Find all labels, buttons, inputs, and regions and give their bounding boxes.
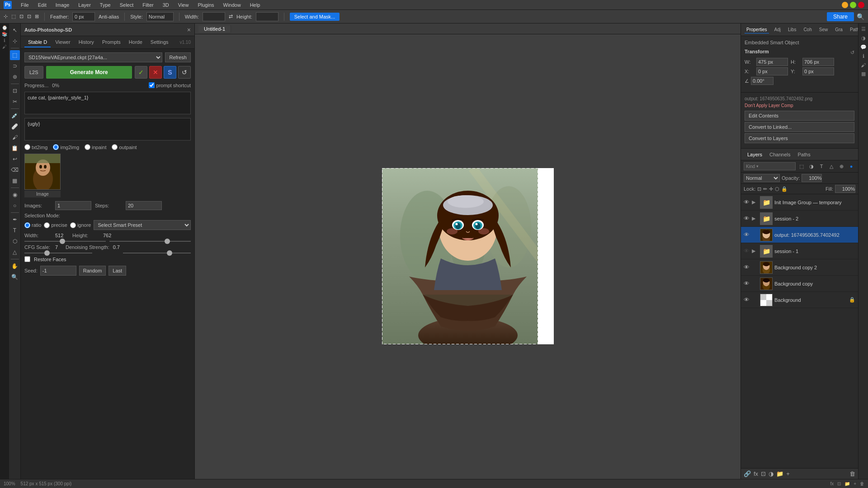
refresh-button[interactable]: Refresh [165, 52, 191, 62]
layer-visibility-icon[interactable]: 👁 [744, 215, 750, 222]
denoising-slider[interactable] [123, 253, 191, 253]
tool-history-brush[interactable]: ↩ [10, 154, 20, 164]
gradient2-icon[interactable]: ▦ [860, 70, 867, 78]
shape-filter-icon[interactable]: △ [827, 162, 835, 170]
layer-item[interactable]: 👁 Background 🔒 [741, 292, 858, 308]
tab-settings[interactable]: Settings [147, 38, 172, 47]
document-tab[interactable]: Untitled-1 [198, 25, 231, 33]
pixel-filter-icon[interactable]: ⬚ [797, 162, 806, 170]
bottom-folder-icon[interactable]: 📁 [844, 481, 850, 486]
y-input[interactable] [802, 67, 834, 75]
tab-stable-d[interactable]: Stable D [24, 38, 51, 47]
height-input[interactable] [256, 12, 278, 21]
fill-input[interactable] [835, 185, 855, 193]
tool-marquee[interactable]: ⬚ [10, 50, 20, 60]
menu-image[interactable]: Image [54, 1, 71, 9]
check-icon-btn[interactable]: ✓ [135, 66, 147, 79]
tool-dodge[interactable]: ○ [10, 201, 20, 211]
text-filter-icon[interactable]: T [817, 162, 826, 170]
x-input[interactable] [756, 67, 788, 75]
lock-transparent-icon[interactable]: ⊡ [757, 186, 761, 192]
s-icon-btn[interactable]: S [164, 66, 176, 79]
menu-window[interactable]: Window [222, 1, 243, 9]
layer-visibility-icon[interactable]: 👁 [744, 248, 750, 254]
smart-filter-icon[interactable]: ⊕ [837, 162, 845, 170]
prop-tab-properties[interactable]: Properties [745, 26, 769, 33]
minimize-button[interactable] [842, 2, 848, 8]
tab-horde[interactable]: Horde [125, 38, 146, 47]
bottom-mask-icon[interactable]: ⊡ [837, 481, 841, 486]
properties-icon[interactable]: ☰ [860, 25, 867, 33]
height-slider[interactable] [109, 241, 191, 242]
lock-artboard-icon[interactable]: ⬡ [775, 186, 779, 192]
layer-item[interactable]: 👁 ▶ 📁 session - 2 [741, 211, 858, 227]
style-input[interactable] [146, 12, 174, 21]
model-select[interactable]: SD15NewVAEpruned.ckpt [27a4a... [24, 52, 162, 62]
width-input[interactable] [203, 12, 225, 21]
mode-img2img[interactable]: img2img [53, 144, 79, 150]
bottom-fx-icon[interactable]: fx [830, 481, 834, 486]
layer-item[interactable]: 👁 output: 1674950635.7402492 [741, 227, 858, 243]
tool-pen[interactable]: ✒ [10, 215, 20, 225]
lock-position-icon[interactable]: ✛ [769, 186, 773, 192]
convert-linked-button[interactable]: Convert to Linked... [745, 122, 854, 132]
x-icon-btn[interactable]: ✕ [149, 66, 162, 79]
history-icon[interactable]: ⌚ [2, 25, 7, 30]
image-thumbnail[interactable] [24, 154, 61, 190]
sel-ratio[interactable]: ratio [24, 222, 41, 228]
adjust-filter-icon[interactable]: ◑ [807, 162, 816, 170]
tab-channels[interactable]: Channels [766, 151, 794, 158]
select-mask-button[interactable]: Select and Mask... [290, 13, 340, 21]
menu-layer[interactable]: Layer [76, 1, 93, 9]
tab-prompts[interactable]: Prompts [99, 38, 124, 47]
menu-help[interactable]: Help [248, 1, 262, 9]
angle-input[interactable] [751, 77, 774, 85]
layer-visibility-icon[interactable]: 👁 [744, 231, 750, 238]
tool-slice[interactable]: ✂ [10, 97, 20, 107]
close-button[interactable] [858, 2, 864, 8]
prop-tab-coh[interactable]: Coh [802, 26, 813, 33]
tool-eraser[interactable]: ⌫ [10, 165, 20, 175]
add-mask-icon[interactable]: ⊡ [761, 470, 766, 477]
refresh-icon-btn[interactable]: ↺ [178, 66, 191, 79]
tool-brush[interactable]: 🖌 [10, 132, 20, 142]
brush2-icon[interactable]: 🖌 [860, 61, 867, 69]
feather-input[interactable] [72, 12, 95, 21]
adjustment-icon[interactable]: ◑ [769, 470, 774, 477]
tool-move[interactable]: ↖ [10, 25, 20, 35]
smart-preset-select[interactable]: Select Smart Preset [94, 220, 191, 230]
brush-icon[interactable]: 🖌 [2, 44, 7, 49]
images-input[interactable] [55, 201, 91, 210]
menu-plugins[interactable]: Plugins [196, 1, 216, 9]
convert-layers-button[interactable]: Convert to Layers [745, 133, 854, 143]
sel-ignore[interactable]: ignore [70, 222, 91, 228]
layer-visibility-icon[interactable]: 👁 [744, 264, 750, 271]
lock-pixel-icon[interactable]: ✏ [763, 186, 767, 192]
image-label[interactable]: Image [24, 191, 61, 197]
prop-tab-sew[interactable]: Sew [817, 26, 830, 33]
search-dropdown-icon[interactable]: ▾ [756, 164, 759, 169]
adjustments-icon[interactable]: ◑ [860, 34, 867, 42]
prop-tab-adj[interactable]: Adj [773, 26, 783, 33]
layer-item[interactable]: 👁 Background copy 2 [741, 259, 858, 276]
tool-shape[interactable]: △ [10, 247, 20, 257]
folder-icon[interactable]: 📁 [776, 470, 783, 477]
fx-icon[interactable]: fx [754, 470, 758, 477]
search-icon[interactable]: 🔍 [857, 13, 864, 20]
last-button[interactable]: Last [108, 266, 126, 276]
l2s-button[interactable]: L2S [24, 66, 43, 79]
library-icon[interactable]: 📚 [2, 32, 7, 37]
seed-input[interactable] [40, 266, 76, 276]
menu-file[interactable]: File [19, 1, 31, 9]
delete-layer-icon[interactable]: 🗑 [849, 470, 855, 477]
menu-type[interactable]: Type [98, 1, 113, 9]
bottom-new-icon[interactable]: + [854, 481, 856, 486]
layer-visibility-icon[interactable]: 👁 [744, 199, 750, 206]
menu-select[interactable]: Select [118, 1, 136, 9]
tool-stamp[interactable]: 📋 [10, 143, 20, 153]
chat-icon[interactable]: 💬 [859, 43, 868, 51]
opacity-input[interactable] [802, 174, 822, 182]
positive-prompt-textarea[interactable]: cute cat, {painterly_style_1} [24, 92, 191, 114]
blend-mode-select[interactable]: Normal [744, 174, 780, 182]
tool-magic-wand[interactable]: ⊛ [10, 72, 20, 82]
